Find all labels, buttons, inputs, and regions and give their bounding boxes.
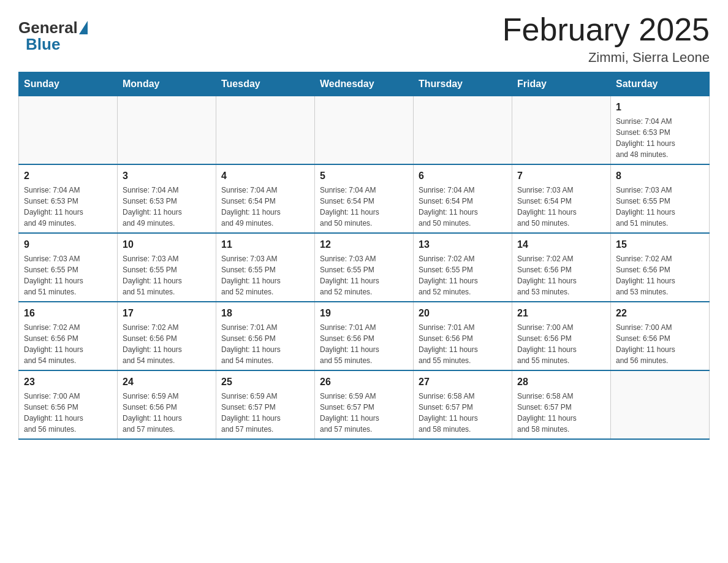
day-info: Sunrise: 7:03 AMSunset: 6:55 PMDaylight:… <box>123 253 211 297</box>
day-number: 18 <box>221 306 309 321</box>
day-number: 6 <box>419 169 507 183</box>
column-header-saturday: Saturday <box>611 72 710 96</box>
day-number: 7 <box>517 169 605 183</box>
logo: General Blue <box>18 18 88 54</box>
day-info: Sunrise: 7:00 AMSunset: 6:56 PMDaylight:… <box>616 322 704 366</box>
day-number: 1 <box>616 100 704 115</box>
day-info: Sunrise: 7:03 AMSunset: 6:54 PMDaylight:… <box>517 185 605 229</box>
day-info: Sunrise: 7:00 AMSunset: 6:56 PMDaylight:… <box>517 322 605 366</box>
day-number: 24 <box>123 375 211 389</box>
day-info: Sunrise: 7:04 AMSunset: 6:53 PMDaylight:… <box>24 185 112 229</box>
calendar-cell: 16Sunrise: 7:02 AMSunset: 6:56 PMDayligh… <box>19 302 118 370</box>
calendar-cell: 5Sunrise: 7:04 AMSunset: 6:54 PMDaylight… <box>315 164 414 233</box>
calendar-week-row: 16Sunrise: 7:02 AMSunset: 6:56 PMDayligh… <box>19 302 710 370</box>
page-subtitle: Zimmi, Sierra Leone <box>502 50 710 66</box>
day-number: 11 <box>221 237 309 252</box>
day-info: Sunrise: 7:02 AMSunset: 6:56 PMDaylight:… <box>517 253 605 297</box>
day-info: Sunrise: 7:01 AMSunset: 6:56 PMDaylight:… <box>221 322 309 366</box>
calendar-cell <box>216 96 315 165</box>
logo-blue-text: Blue <box>26 35 60 54</box>
day-info: Sunrise: 7:02 AMSunset: 6:56 PMDaylight:… <box>24 322 112 366</box>
day-info: Sunrise: 6:59 AMSunset: 6:57 PMDaylight:… <box>221 391 309 435</box>
page-title: February 2025 <box>502 12 710 47</box>
calendar-cell: 18Sunrise: 7:01 AMSunset: 6:56 PMDayligh… <box>216 302 315 370</box>
day-info: Sunrise: 7:04 AMSunset: 6:53 PMDaylight:… <box>616 116 704 160</box>
day-number: 12 <box>320 237 408 252</box>
calendar-cell: 28Sunrise: 6:58 AMSunset: 6:57 PMDayligh… <box>512 370 611 439</box>
column-header-friday: Friday <box>512 72 611 96</box>
day-info: Sunrise: 7:02 AMSunset: 6:56 PMDaylight:… <box>616 253 704 297</box>
column-header-sunday: Sunday <box>19 72 118 96</box>
day-info: Sunrise: 7:03 AMSunset: 6:55 PMDaylight:… <box>221 253 309 297</box>
day-info: Sunrise: 7:04 AMSunset: 6:54 PMDaylight:… <box>320 185 408 229</box>
day-info: Sunrise: 7:01 AMSunset: 6:56 PMDaylight:… <box>320 322 408 366</box>
day-info: Sunrise: 7:04 AMSunset: 6:54 PMDaylight:… <box>419 185 507 229</box>
logo-triangle-icon <box>79 21 88 34</box>
day-number: 20 <box>419 306 507 321</box>
calendar-cell: 3Sunrise: 7:04 AMSunset: 6:53 PMDaylight… <box>118 164 216 233</box>
calendar-cell: 4Sunrise: 7:04 AMSunset: 6:54 PMDaylight… <box>216 164 315 233</box>
day-info: Sunrise: 6:58 AMSunset: 6:57 PMDaylight:… <box>517 391 605 435</box>
calendar-cell: 2Sunrise: 7:04 AMSunset: 6:53 PMDaylight… <box>19 164 118 233</box>
day-number: 2 <box>24 169 112 183</box>
calendar-cell: 27Sunrise: 6:58 AMSunset: 6:57 PMDayligh… <box>414 370 512 439</box>
column-header-wednesday: Wednesday <box>315 72 414 96</box>
calendar-cell: 12Sunrise: 7:03 AMSunset: 6:55 PMDayligh… <box>315 233 414 302</box>
day-number: 8 <box>616 169 704 183</box>
day-info: Sunrise: 6:59 AMSunset: 6:57 PMDaylight:… <box>320 391 408 435</box>
calendar-cell: 25Sunrise: 6:59 AMSunset: 6:57 PMDayligh… <box>216 370 315 439</box>
column-header-thursday: Thursday <box>414 72 512 96</box>
calendar-cell: 22Sunrise: 7:00 AMSunset: 6:56 PMDayligh… <box>611 302 710 370</box>
calendar-cell: 20Sunrise: 7:01 AMSunset: 6:56 PMDayligh… <box>414 302 512 370</box>
day-info: Sunrise: 7:00 AMSunset: 6:56 PMDaylight:… <box>24 391 112 435</box>
calendar-cell: 9Sunrise: 7:03 AMSunset: 6:55 PMDaylight… <box>19 233 118 302</box>
day-number: 28 <box>517 375 605 389</box>
calendar-cell: 7Sunrise: 7:03 AMSunset: 6:54 PMDaylight… <box>512 164 611 233</box>
day-number: 25 <box>221 375 309 389</box>
page-header: General Blue February 2025 Zimmi, Sierra… <box>18 12 710 66</box>
day-number: 9 <box>24 237 112 252</box>
day-info: Sunrise: 7:04 AMSunset: 6:54 PMDaylight:… <box>221 185 309 229</box>
day-number: 19 <box>320 306 408 321</box>
calendar-cell: 23Sunrise: 7:00 AMSunset: 6:56 PMDayligh… <box>19 370 118 439</box>
calendar-cell <box>414 96 512 165</box>
day-number: 4 <box>221 169 309 183</box>
day-number: 14 <box>517 237 605 252</box>
calendar-cell <box>611 370 710 439</box>
calendar-week-row: 2Sunrise: 7:04 AMSunset: 6:53 PMDaylight… <box>19 164 710 233</box>
calendar-week-row: 23Sunrise: 7:00 AMSunset: 6:56 PMDayligh… <box>19 370 710 439</box>
day-number: 26 <box>320 375 408 389</box>
day-info: Sunrise: 7:02 AMSunset: 6:56 PMDaylight:… <box>123 322 211 366</box>
calendar-table: SundayMondayTuesdayWednesdayThursdayFrid… <box>18 72 710 440</box>
calendar-cell: 6Sunrise: 7:04 AMSunset: 6:54 PMDaylight… <box>414 164 512 233</box>
day-number: 3 <box>123 169 211 183</box>
day-number: 17 <box>123 306 211 321</box>
day-number: 16 <box>24 306 112 321</box>
title-section: February 2025 Zimmi, Sierra Leone <box>502 12 710 66</box>
day-info: Sunrise: 7:03 AMSunset: 6:55 PMDaylight:… <box>24 253 112 297</box>
calendar-cell: 21Sunrise: 7:00 AMSunset: 6:56 PMDayligh… <box>512 302 611 370</box>
calendar-cell <box>315 96 414 165</box>
calendar-cell: 14Sunrise: 7:02 AMSunset: 6:56 PMDayligh… <box>512 233 611 302</box>
day-info: Sunrise: 7:02 AMSunset: 6:55 PMDaylight:… <box>419 253 507 297</box>
day-number: 27 <box>419 375 507 389</box>
day-number: 15 <box>616 237 704 252</box>
calendar-week-row: 1Sunrise: 7:04 AMSunset: 6:53 PMDaylight… <box>19 96 710 165</box>
calendar-cell: 1Sunrise: 7:04 AMSunset: 6:53 PMDaylight… <box>611 96 710 165</box>
calendar-body: 1Sunrise: 7:04 AMSunset: 6:53 PMDaylight… <box>19 96 710 440</box>
day-number: 10 <box>123 237 211 252</box>
calendar-cell <box>19 96 118 165</box>
day-number: 23 <box>24 375 112 389</box>
day-info: Sunrise: 7:03 AMSunset: 6:55 PMDaylight:… <box>616 185 704 229</box>
day-number: 21 <box>517 306 605 321</box>
calendar-cell: 15Sunrise: 7:02 AMSunset: 6:56 PMDayligh… <box>611 233 710 302</box>
calendar-header-row: SundayMondayTuesdayWednesdayThursdayFrid… <box>19 72 710 96</box>
calendar-cell: 19Sunrise: 7:01 AMSunset: 6:56 PMDayligh… <box>315 302 414 370</box>
calendar-cell: 24Sunrise: 6:59 AMSunset: 6:56 PMDayligh… <box>118 370 216 439</box>
column-header-monday: Monday <box>118 72 216 96</box>
day-number: 5 <box>320 169 408 183</box>
calendar-cell: 8Sunrise: 7:03 AMSunset: 6:55 PMDaylight… <box>611 164 710 233</box>
day-number: 13 <box>419 237 507 252</box>
calendar-cell: 17Sunrise: 7:02 AMSunset: 6:56 PMDayligh… <box>118 302 216 370</box>
day-number: 22 <box>616 306 704 321</box>
